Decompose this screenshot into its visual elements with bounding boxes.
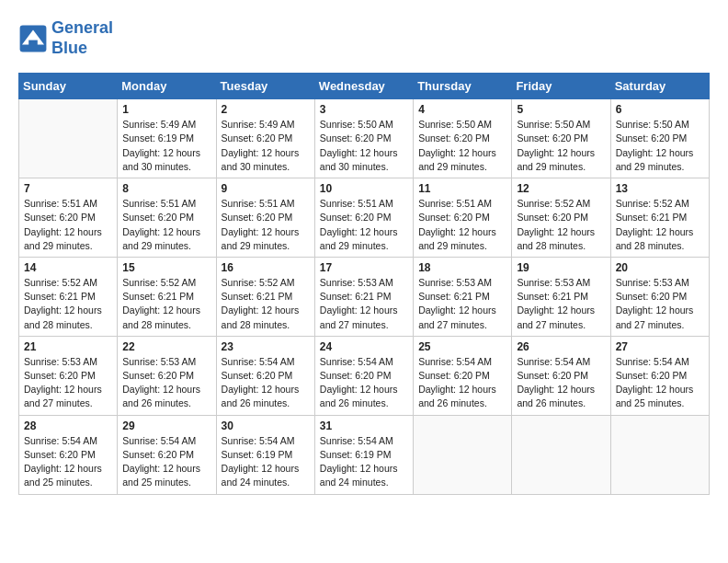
day-info: Sunrise: 5:51 AM Sunset: 6:20 PM Dayligh… [418, 197, 506, 253]
day-number: 17 [320, 261, 408, 274]
day-number: 2 [222, 103, 310, 116]
calendar-cell: 30Sunrise: 5:54 AM Sunset: 6:19 PM Dayli… [216, 415, 314, 494]
calendar-week-row: 28Sunrise: 5:54 AM Sunset: 6:20 PM Dayli… [19, 415, 710, 494]
day-info: Sunrise: 5:54 AM Sunset: 6:20 PM Dayligh… [320, 355, 408, 411]
calendar-cell: 16Sunrise: 5:52 AM Sunset: 6:21 PM Dayli… [216, 257, 314, 336]
calendar-week-row: 14Sunrise: 5:52 AM Sunset: 6:21 PM Dayli… [19, 257, 710, 336]
day-number: 24 [320, 340, 408, 353]
day-number: 20 [616, 261, 704, 274]
day-info: Sunrise: 5:50 AM Sunset: 6:20 PM Dayligh… [616, 118, 704, 174]
calendar-cell [19, 99, 118, 178]
day-info: Sunrise: 5:50 AM Sunset: 6:20 PM Dayligh… [320, 118, 408, 174]
day-number: 15 [122, 261, 210, 274]
weekday-header: Friday [512, 74, 610, 99]
calendar-cell: 5Sunrise: 5:50 AM Sunset: 6:20 PM Daylig… [512, 99, 610, 178]
weekday-header-row: SundayMondayTuesdayWednesdayThursdayFrid… [19, 74, 710, 99]
calendar-cell: 23Sunrise: 5:54 AM Sunset: 6:20 PM Dayli… [216, 336, 314, 415]
calendar-cell [414, 415, 512, 494]
calendar-cell: 21Sunrise: 5:53 AM Sunset: 6:20 PM Dayli… [19, 336, 118, 415]
day-number: 4 [418, 103, 506, 116]
calendar-cell: 24Sunrise: 5:54 AM Sunset: 6:20 PM Dayli… [314, 336, 413, 415]
day-info: Sunrise: 5:52 AM Sunset: 6:21 PM Dayligh… [122, 276, 210, 332]
calendar-cell: 8Sunrise: 5:51 AM Sunset: 6:20 PM Daylig… [118, 178, 216, 258]
logo: General Blue [18, 18, 113, 58]
day-info: Sunrise: 5:53 AM Sunset: 6:21 PM Dayligh… [517, 276, 605, 332]
day-info: Sunrise: 5:54 AM Sunset: 6:19 PM Dayligh… [320, 434, 408, 490]
calendar-cell: 31Sunrise: 5:54 AM Sunset: 6:19 PM Dayli… [314, 415, 413, 494]
day-number: 19 [517, 261, 605, 274]
calendar-cell [610, 415, 709, 494]
day-info: Sunrise: 5:54 AM Sunset: 6:20 PM Dayligh… [517, 355, 605, 411]
day-info: Sunrise: 5:52 AM Sunset: 6:21 PM Dayligh… [222, 276, 310, 332]
day-info: Sunrise: 5:52 AM Sunset: 6:20 PM Dayligh… [517, 197, 605, 253]
day-info: Sunrise: 5:53 AM Sunset: 6:21 PM Dayligh… [418, 276, 506, 332]
day-info: Sunrise: 5:54 AM Sunset: 6:20 PM Dayligh… [24, 434, 112, 490]
day-info: Sunrise: 5:51 AM Sunset: 6:20 PM Dayligh… [24, 197, 112, 253]
day-number: 3 [320, 103, 408, 116]
day-number: 1 [122, 103, 210, 116]
calendar-cell: 4Sunrise: 5:50 AM Sunset: 6:20 PM Daylig… [414, 99, 512, 178]
page-header: General Blue [18, 18, 710, 58]
calendar-cell: 26Sunrise: 5:54 AM Sunset: 6:20 PM Dayli… [512, 336, 610, 415]
day-number: 31 [320, 419, 408, 432]
calendar-cell: 20Sunrise: 5:53 AM Sunset: 6:20 PM Dayli… [610, 257, 709, 336]
day-number: 9 [222, 182, 310, 195]
calendar-table: SundayMondayTuesdayWednesdayThursdayFrid… [18, 73, 710, 494]
weekday-header: Tuesday [216, 74, 314, 99]
calendar-cell: 9Sunrise: 5:51 AM Sunset: 6:20 PM Daylig… [216, 178, 314, 258]
calendar-cell: 19Sunrise: 5:53 AM Sunset: 6:21 PM Dayli… [512, 257, 610, 336]
calendar-week-row: 1Sunrise: 5:49 AM Sunset: 6:19 PM Daylig… [19, 99, 710, 178]
weekday-header: Wednesday [314, 74, 413, 99]
day-info: Sunrise: 5:54 AM Sunset: 6:20 PM Dayligh… [222, 355, 310, 411]
day-info: Sunrise: 5:53 AM Sunset: 6:21 PM Dayligh… [320, 276, 408, 332]
calendar-cell: 12Sunrise: 5:52 AM Sunset: 6:20 PM Dayli… [512, 178, 610, 258]
day-number: 28 [24, 419, 112, 432]
weekday-header: Thursday [414, 74, 512, 99]
day-number: 11 [418, 182, 506, 195]
day-number: 22 [122, 340, 210, 353]
day-number: 29 [122, 419, 210, 432]
day-number: 7 [24, 182, 112, 195]
day-info: Sunrise: 5:53 AM Sunset: 6:20 PM Dayligh… [24, 355, 112, 411]
calendar-cell: 15Sunrise: 5:52 AM Sunset: 6:21 PM Dayli… [118, 257, 216, 336]
day-number: 10 [320, 182, 408, 195]
calendar-cell: 3Sunrise: 5:50 AM Sunset: 6:20 PM Daylig… [314, 99, 413, 178]
day-number: 25 [418, 340, 506, 353]
day-info: Sunrise: 5:52 AM Sunset: 6:21 PM Dayligh… [24, 276, 112, 332]
calendar-cell: 22Sunrise: 5:53 AM Sunset: 6:20 PM Dayli… [118, 336, 216, 415]
day-info: Sunrise: 5:49 AM Sunset: 6:20 PM Dayligh… [222, 118, 310, 174]
weekday-header: Saturday [610, 74, 709, 99]
calendar-cell: 10Sunrise: 5:51 AM Sunset: 6:20 PM Dayli… [314, 178, 413, 258]
logo-icon [18, 24, 48, 53]
day-info: Sunrise: 5:53 AM Sunset: 6:20 PM Dayligh… [616, 276, 704, 332]
weekday-header: Sunday [19, 74, 118, 99]
logo-text: General Blue [51, 18, 113, 58]
day-info: Sunrise: 5:52 AM Sunset: 6:21 PM Dayligh… [616, 197, 704, 253]
day-number: 26 [517, 340, 605, 353]
day-number: 21 [24, 340, 112, 353]
day-number: 30 [222, 419, 310, 432]
calendar-cell: 2Sunrise: 5:49 AM Sunset: 6:20 PM Daylig… [216, 99, 314, 178]
day-number: 16 [222, 261, 310, 274]
day-info: Sunrise: 5:51 AM Sunset: 6:20 PM Dayligh… [222, 197, 310, 253]
calendar-cell: 29Sunrise: 5:54 AM Sunset: 6:20 PM Dayli… [118, 415, 216, 494]
calendar-cell: 1Sunrise: 5:49 AM Sunset: 6:19 PM Daylig… [118, 99, 216, 178]
calendar-week-row: 7Sunrise: 5:51 AM Sunset: 6:20 PM Daylig… [19, 178, 710, 258]
calendar-cell: 11Sunrise: 5:51 AM Sunset: 6:20 PM Dayli… [414, 178, 512, 258]
calendar-cell [512, 415, 610, 494]
day-number: 13 [616, 182, 704, 195]
day-number: 12 [517, 182, 605, 195]
svg-rect-2 [28, 40, 38, 45]
day-number: 14 [24, 261, 112, 274]
day-info: Sunrise: 5:54 AM Sunset: 6:19 PM Dayligh… [222, 434, 310, 490]
day-info: Sunrise: 5:51 AM Sunset: 6:20 PM Dayligh… [320, 197, 408, 253]
calendar-cell: 25Sunrise: 5:54 AM Sunset: 6:20 PM Dayli… [414, 336, 512, 415]
calendar-cell: 13Sunrise: 5:52 AM Sunset: 6:21 PM Dayli… [610, 178, 709, 258]
day-number: 8 [122, 182, 210, 195]
day-number: 5 [517, 103, 605, 116]
day-info: Sunrise: 5:53 AM Sunset: 6:20 PM Dayligh… [122, 355, 210, 411]
calendar-week-row: 21Sunrise: 5:53 AM Sunset: 6:20 PM Dayli… [19, 336, 710, 415]
calendar-cell: 14Sunrise: 5:52 AM Sunset: 6:21 PM Dayli… [19, 257, 118, 336]
calendar-cell: 6Sunrise: 5:50 AM Sunset: 6:20 PM Daylig… [610, 99, 709, 178]
day-info: Sunrise: 5:54 AM Sunset: 6:20 PM Dayligh… [418, 355, 506, 411]
